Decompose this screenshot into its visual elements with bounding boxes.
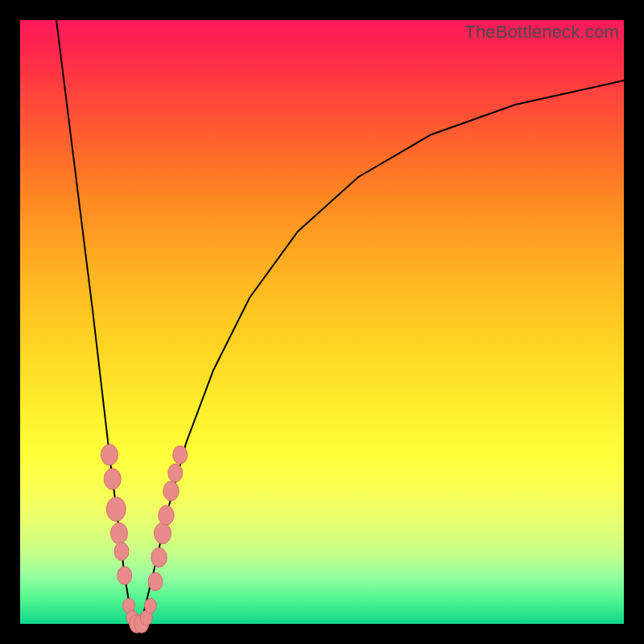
- data-marker: [163, 481, 180, 501]
- data-marker: [118, 567, 132, 585]
- data-marker: [155, 522, 171, 543]
- data-marker: [151, 547, 167, 567]
- data-marker: [168, 464, 183, 482]
- data-marker: [159, 506, 175, 525]
- data-marker: [106, 497, 126, 522]
- watermark-text: TheBottleneck.com: [464, 22, 619, 43]
- data-marker: [111, 522, 128, 543]
- plot-area: TheBottleneck.com: [20, 20, 624, 624]
- data-marker: [104, 469, 121, 489]
- chart-frame: TheBottleneck.com: [0, 0, 644, 644]
- data-marker: [173, 446, 188, 464]
- chart-svg: [20, 20, 624, 624]
- data-marker: [101, 444, 118, 465]
- data-marker: [148, 572, 163, 591]
- data-marker: [114, 543, 129, 561]
- data-marker: [145, 598, 157, 613]
- data-markers: [101, 444, 188, 633]
- bottleneck-curve-right: [137, 80, 624, 624]
